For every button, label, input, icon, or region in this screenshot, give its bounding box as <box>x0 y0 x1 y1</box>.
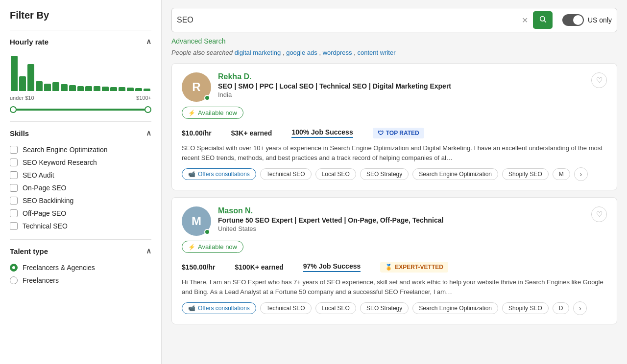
card-description: Hi There, I am an SEO Expert who has 7+ … <box>182 277 607 296</box>
freelancer-location: United States <box>218 225 584 232</box>
badge-icon: 🛡 <box>378 130 384 136</box>
chart-labels: under $10 $100+ <box>10 95 151 101</box>
online-indicator <box>204 95 210 101</box>
skill-item-onpage[interactable]: On-Page SEO <box>10 182 151 194</box>
chart-bar <box>19 76 26 91</box>
tag-consult[interactable]: 📹 Offers consultations <box>182 168 256 180</box>
card-stats: $150.00/hr $100K+ earned 97% Job Success… <box>182 262 607 273</box>
save-button[interactable]: ♡ <box>591 206 607 222</box>
job-success: 97% Job Success <box>303 262 361 272</box>
tag[interactable]: Local SEO <box>315 168 356 180</box>
slider-handle-right[interactable] <box>145 106 151 113</box>
search-input[interactable] <box>177 16 517 24</box>
more-tags-button[interactable]: › <box>573 301 587 315</box>
tag[interactable]: SEO Strategy <box>360 302 409 314</box>
toggle-switch[interactable] <box>562 14 584 26</box>
card-stats: $10.00/hr $3K+ earned 100% Job Success 🛡… <box>182 128 607 138</box>
tag[interactable]: D <box>553 302 570 314</box>
tag[interactable]: SEO Strategy <box>360 168 409 180</box>
chart-bar <box>61 84 68 91</box>
skill-label-keyword: SEO Keyword Research <box>23 159 97 166</box>
talent-item-freelancers-agencies[interactable]: Freelancers & Agencies <box>10 261 151 274</box>
talent-radio-freelancers[interactable] <box>10 276 18 284</box>
hourly-rate: $10.00/hr <box>182 129 212 137</box>
earned: $3K+ earned <box>231 129 272 137</box>
tag[interactable]: Technical SEO <box>260 168 312 180</box>
us-only-toggle[interactable]: US only <box>562 14 612 26</box>
job-success-label: 100% Job Success <box>291 128 353 138</box>
skill-checkbox-audit[interactable] <box>10 171 18 179</box>
skill-item-keyword[interactable]: SEO Keyword Research <box>10 156 151 169</box>
skills-header[interactable]: Skills ∧ <box>10 129 151 137</box>
card-header: R Rekha D. SEO | SMO | PPC | Local SEO |… <box>182 72 607 102</box>
skill-item-technical[interactable]: Technical SEO <box>10 220 151 232</box>
svg-point-0 <box>540 17 545 21</box>
skill-item-backlink[interactable]: SEO Backlinking <box>10 194 151 207</box>
skills-list: Search Engine Optimization SEO Keyword R… <box>10 143 151 232</box>
freelancer-name[interactable]: Rekha D. <box>218 72 584 81</box>
talent-item-freelancers[interactable]: Freelancers <box>10 274 151 287</box>
skill-checkbox-keyword[interactable] <box>10 159 18 166</box>
availability-badge: ⚡ Available now <box>182 107 243 119</box>
chart-bar <box>52 82 59 91</box>
save-button[interactable]: ♡ <box>591 72 607 88</box>
skill-checkbox-seo[interactable] <box>10 146 18 154</box>
tag[interactable]: Technical SEO <box>260 302 312 314</box>
search-icon <box>539 15 547 23</box>
search-clear-icon[interactable]: ✕ <box>522 16 528 25</box>
earned: $100K+ earned <box>235 263 284 271</box>
suggestion-link[interactable]: content writer <box>357 49 395 56</box>
available-label: Available now <box>198 109 237 116</box>
avatar-rekha: R <box>182 72 211 102</box>
freelancer-name[interactable]: Mason N. <box>218 206 584 215</box>
skill-label-technical: Technical SEO <box>23 222 68 230</box>
avatar-mason: M <box>182 206 211 236</box>
chart-bar <box>119 87 125 91</box>
hourly-rate-header[interactable]: Hourly rate ∧ <box>10 37 151 46</box>
filter-title: Filter By <box>10 10 151 21</box>
suggestion-link[interactable]: digital marketing <box>235 49 281 56</box>
skills-chevron: ∧ <box>146 129 151 137</box>
talent-type-section: Talent type ∧ Freelancers & Agencies Fre… <box>10 239 151 294</box>
talent-radio-freelancers-agencies[interactable] <box>10 264 18 272</box>
freelancer-card-mason: M Mason N. Fortune 50 SEO Expert | Exper… <box>171 197 617 324</box>
skill-item-offpage[interactable]: Off-Page SEO <box>10 207 151 220</box>
tag[interactable]: M <box>553 168 570 180</box>
chart-bar <box>110 87 117 91</box>
skill-item-audit[interactable]: SEO Audit <box>10 169 151 182</box>
card-info: Mason N. Fortune 50 SEO Expert | Expert … <box>218 206 584 232</box>
skill-checkbox-offpage[interactable] <box>10 209 18 217</box>
skill-item-seo[interactable]: Search Engine Optimization <box>10 143 151 156</box>
suggestion-link[interactable]: wordpress <box>323 49 352 56</box>
skill-checkbox-onpage[interactable] <box>10 184 18 192</box>
chart-bar <box>102 87 109 91</box>
more-tags-button[interactable]: › <box>574 167 588 181</box>
talent-type-label: Talent type <box>10 247 48 255</box>
job-success-label: 97% Job Success <box>303 262 361 272</box>
range-slider[interactable] <box>10 105 151 114</box>
hourly-rate: $150.00/hr <box>182 263 216 271</box>
tag[interactable]: Shopify SEO <box>502 302 549 314</box>
search-bar: ✕ US only <box>171 8 617 32</box>
tag[interactable]: Search Engine Optimization <box>412 168 498 180</box>
search-button[interactable] <box>533 11 553 29</box>
talent-list: Freelancers & Agencies Freelancers <box>10 261 151 287</box>
suggestion-link[interactable]: google ads <box>286 49 317 56</box>
chart-bar <box>11 56 18 91</box>
slider-handle-left[interactable] <box>10 106 17 113</box>
chart-bar <box>135 88 142 91</box>
chart-bar <box>85 86 92 91</box>
advanced-search-link[interactable]: Advanced Search <box>171 37 617 45</box>
skill-checkbox-backlink[interactable] <box>10 197 18 205</box>
talent-type-header[interactable]: Talent type ∧ <box>10 247 151 255</box>
tag[interactable]: Search Engine Optimization <box>412 302 498 314</box>
tag[interactable]: Local SEO <box>315 302 356 314</box>
skill-label-seo: Search Engine Optimization <box>23 146 108 154</box>
rating-badge: 🏅 EXPERT-VETTED <box>380 262 448 273</box>
skill-checkbox-technical[interactable] <box>10 222 18 230</box>
video-icon: 📹 <box>188 305 195 312</box>
tag-consult[interactable]: 📹 Offers consultations <box>182 302 256 314</box>
skills-label: Skills <box>10 129 29 137</box>
main-content: ✕ US only Advanced Search People also se… <box>162 0 627 364</box>
tag[interactable]: Shopify SEO <box>502 168 549 180</box>
